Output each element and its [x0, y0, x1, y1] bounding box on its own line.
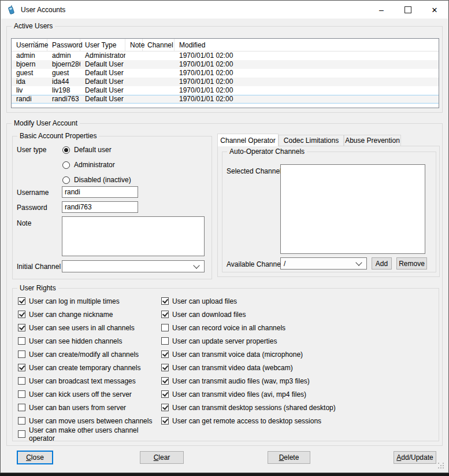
tab-label: Channel Operator: [220, 136, 275, 145]
checkbox-label: User can make other users channel operat…: [29, 426, 159, 442]
delete-button[interactable]: Delete: [268, 451, 310, 464]
tab-label: Abuse Prevention: [345, 136, 400, 145]
right-checkbox-row[interactable]: User can transmit video data (webcam): [161, 361, 433, 374]
cell-usertype: Default User: [80, 86, 125, 95]
checkbox-icon[interactable]: [161, 297, 169, 305]
minimize-button[interactable]: –: [368, 1, 395, 19]
active-users-table[interactable]: Username Password User Type Note Channel…: [11, 38, 439, 108]
table-row[interactable]: ida ida44 Default User 1970/01/01 02:00: [12, 78, 439, 86]
checkbox-icon[interactable]: [18, 311, 25, 318]
right-checkbox-row[interactable]: User can see users in all channels: [18, 321, 159, 334]
right-checkbox-row[interactable]: User can upload files: [161, 294, 433, 308]
right-checkbox-row[interactable]: User can kick users off the server: [18, 388, 159, 401]
cell-channel: [143, 86, 175, 95]
right-checkbox-row[interactable]: User can transmit video files (avi, mp4 …: [161, 388, 433, 401]
checkbox-icon[interactable]: [18, 390, 25, 398]
close-window-button[interactable]: ✕: [421, 1, 448, 19]
checkbox-icon[interactable]: [18, 324, 25, 331]
table-header: Username Password User Type Note Channel…: [12, 39, 439, 51]
checkbox-icon[interactable]: [18, 404, 25, 411]
column-header-username[interactable]: Username: [12, 39, 47, 51]
column-header-usertype[interactable]: User Type: [80, 39, 125, 51]
checkbox-icon[interactable]: [161, 404, 169, 411]
cell-channel: [143, 78, 175, 86]
window-title: User Accounts: [21, 6, 65, 14]
column-header-modified[interactable]: Modified: [175, 39, 439, 51]
password-field[interactable]: [62, 201, 138, 213]
right-checkbox-row[interactable]: User can create temporary channels: [18, 361, 159, 374]
checkbox-icon[interactable]: [161, 324, 169, 331]
right-checkbox-row[interactable]: User can transmit audio files (wav, mp3 …: [161, 374, 433, 388]
checkbox-icon[interactable]: [18, 377, 25, 385]
checkbox-icon[interactable]: [161, 311, 169, 318]
right-checkbox-row[interactable]: User can create/modify all channels: [18, 348, 159, 361]
checkbox-icon[interactable]: [18, 364, 25, 371]
available-channels-combobox[interactable]: /: [280, 257, 367, 270]
cell-username: bjoern: [12, 60, 47, 69]
note-field[interactable]: [62, 216, 205, 256]
table-row[interactable]: admin admin Administrator 1970/01/01 02:…: [12, 51, 439, 60]
table-row[interactable]: guest guest Default User 1970/01/01 02:0…: [12, 69, 439, 78]
selected-channels-listbox[interactable]: [280, 164, 425, 254]
radio-icon[interactable]: [62, 176, 70, 184]
right-checkbox-row[interactable]: User can log in multiple times: [18, 294, 159, 308]
title-bar[interactable]: User Accounts – ✕: [1, 1, 448, 19]
column-header-note[interactable]: Note: [125, 39, 143, 51]
cell-username: randi: [12, 95, 47, 104]
cell-username: admin: [12, 51, 47, 60]
checkbox-icon[interactable]: [18, 430, 25, 438]
checkbox-icon[interactable]: [161, 390, 169, 398]
remove-button[interactable]: Remove: [396, 257, 427, 270]
close-button[interactable]: Close: [17, 451, 53, 464]
tab[interactable]: Channel Operator: [217, 134, 279, 146]
table-row[interactable]: bjoern bjoern286 Default User 1970/01/01…: [12, 60, 439, 69]
checkbox-icon[interactable]: [18, 297, 25, 305]
tab[interactable]: Codec Limitations: [279, 135, 344, 146]
table-row[interactable]: randi randi763 Default User 1970/01/01 0…: [12, 95, 439, 104]
right-checkbox-row[interactable]: User can record voice in all channels: [161, 321, 433, 334]
radio-option[interactable]: Administrator: [62, 157, 131, 172]
add-update-button[interactable]: Add/Update: [394, 451, 436, 464]
right-checkbox-row[interactable]: User can get remote access to desktop se…: [161, 414, 433, 427]
checkbox-icon[interactable]: [161, 377, 169, 385]
radio-icon[interactable]: [62, 161, 70, 169]
initial-channel-combobox[interactable]: [62, 260, 205, 272]
checkbox-icon[interactable]: [161, 350, 169, 358]
checkbox-icon[interactable]: [161, 337, 169, 345]
table-row[interactable]: liv liv198 Default User 1970/01/01 02:00: [12, 86, 439, 95]
checkbox-icon[interactable]: [18, 350, 25, 358]
right-checkbox-row[interactable]: User can change nickname: [18, 308, 159, 321]
checkbox-icon[interactable]: [18, 337, 25, 345]
checkbox-icon[interactable]: [161, 417, 169, 425]
radio-option[interactable]: Disabled (inactive): [62, 172, 131, 187]
right-checkbox-row[interactable]: User can see hidden channels: [18, 334, 159, 348]
checkbox-icon[interactable]: [18, 417, 25, 425]
right-checkbox-row[interactable]: User can ban users from server: [18, 401, 159, 414]
cell-password: admin: [47, 51, 80, 60]
minimize-icon: –: [379, 7, 384, 13]
right-checkbox-row[interactable]: User can broadcast text messages: [18, 374, 159, 388]
cell-modified: 1970/01/01 02:00: [175, 78, 439, 86]
checkbox-label: User can record voice in all channels: [172, 324, 285, 332]
right-checkbox-row[interactable]: User can make other users channel operat…: [18, 427, 159, 441]
username-field[interactable]: [62, 186, 138, 198]
cell-channel: [143, 95, 175, 104]
checkbox-icon[interactable]: [161, 364, 169, 371]
column-header-channel[interactable]: Channel: [143, 39, 175, 51]
right-checkbox-row[interactable]: User can update server properties: [161, 334, 433, 348]
radio-icon[interactable]: [62, 146, 70, 154]
right-checkbox-row[interactable]: User can download files: [161, 308, 433, 321]
radio-option[interactable]: Default user: [62, 142, 131, 157]
maximize-button[interactable]: [395, 1, 421, 19]
column-header-password[interactable]: Password: [47, 39, 80, 51]
right-checkbox-row[interactable]: User can transmit voice data (microphone…: [161, 348, 433, 361]
checkbox-label: User can transmit video data (webcam): [172, 364, 293, 372]
checkbox-label: User can transmit video files (avi, mp4 …: [172, 390, 306, 398]
user-rights-label: User Rights: [17, 284, 58, 293]
resize-grip[interactable]: [438, 463, 445, 470]
right-checkbox-row[interactable]: User can transmit desktop sessions (shar…: [161, 401, 433, 414]
tab[interactable]: Abuse Prevention: [344, 135, 401, 146]
clear-button[interactable]: Clear: [140, 451, 184, 464]
add-button[interactable]: Add: [372, 257, 392, 270]
tab-label: Codec Limitations: [284, 136, 339, 145]
